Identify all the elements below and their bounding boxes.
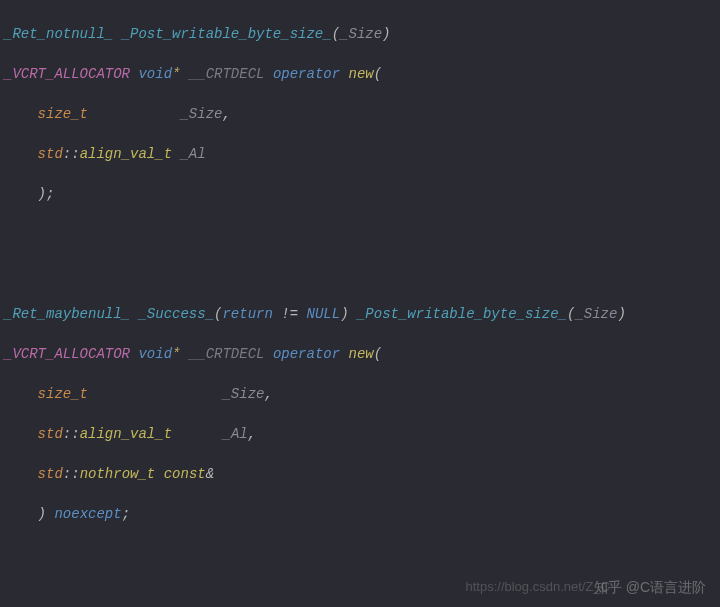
punct: , — [248, 426, 256, 442]
type: std — [38, 466, 63, 482]
code-line: size_t _Size, — [0, 384, 720, 404]
type: nothrow_t — [80, 466, 156, 482]
code-line: ); — [0, 184, 720, 204]
code-line — [0, 224, 720, 244]
keyword: return — [222, 306, 272, 322]
punct: :: — [63, 466, 80, 482]
punct: , — [264, 386, 272, 402]
identifier: _Size — [340, 26, 382, 42]
macro: __CRTDECL — [189, 66, 265, 82]
keyword: const — [164, 466, 206, 482]
annotation: _Ret_notnull_ — [4, 26, 113, 42]
punct: ; — [46, 186, 54, 202]
punct: ) — [38, 506, 46, 522]
keyword: NULL — [307, 306, 341, 322]
punct: != — [281, 306, 298, 322]
punct: ; — [122, 506, 130, 522]
keyword: new — [349, 346, 374, 362]
punct: ( — [332, 26, 340, 42]
keyword: operator — [273, 66, 340, 82]
punct: , — [222, 106, 230, 122]
punct: ( — [374, 346, 382, 362]
punct: ( — [374, 66, 382, 82]
watermark-zhihu: 知乎 @C语言进阶 — [594, 577, 706, 597]
code-line — [0, 264, 720, 284]
punct: :: — [63, 146, 80, 162]
annotation: _VCRT_ALLOCATOR — [4, 346, 130, 362]
punct: ) — [38, 186, 46, 202]
type: align_val_t — [80, 146, 172, 162]
punct: :: — [63, 426, 80, 442]
identifier: _Al — [180, 146, 205, 162]
type: size_t — [38, 386, 88, 402]
keyword: void — [138, 66, 172, 82]
punct: & — [206, 466, 214, 482]
code-line: std::nothrow_t const& — [0, 464, 720, 484]
watermark-csdn: https://blog.csdn.net/Z_C — [465, 577, 610, 597]
keyword: new — [349, 66, 374, 82]
code-block: _Ret_notnull_ _Post_writable_byte_size_(… — [0, 0, 720, 607]
annotation: _VCRT_ALLOCATOR — [4, 66, 130, 82]
code-line: size_t _Size, — [0, 104, 720, 124]
annotation: _Post_writable_byte_size_ — [122, 26, 332, 42]
annotation: _Post_writable_byte_size_ — [357, 306, 567, 322]
code-line: std::align_val_t _Al — [0, 144, 720, 164]
code-line: _VCRT_ALLOCATOR void* __CRTDECL operator… — [0, 64, 720, 84]
punct: ) — [617, 306, 625, 322]
keyword: void — [138, 346, 172, 362]
identifier: _Size — [222, 386, 264, 402]
punct: ) — [382, 26, 390, 42]
code-line: _Ret_notnull_ _Post_writable_byte_size_(… — [0, 24, 720, 44]
code-line: _VCRT_ALLOCATOR void* __CRTDECL operator… — [0, 344, 720, 364]
code-line: ) noexcept; — [0, 504, 720, 524]
code-line: _Ret_maybenull_ _Success_(return != NULL… — [0, 304, 720, 324]
punct: ) — [340, 306, 348, 322]
punct: * — [172, 346, 180, 362]
type: align_val_t — [80, 426, 172, 442]
type: std — [38, 146, 63, 162]
identifier: _Size — [180, 106, 222, 122]
identifier: _Al — [222, 426, 247, 442]
code-line: std::align_val_t _Al, — [0, 424, 720, 444]
annotation: _Ret_maybenull_ — [4, 306, 130, 322]
annotation: _Success_ — [138, 306, 214, 322]
keyword: operator — [273, 346, 340, 362]
code-line — [0, 544, 720, 564]
keyword: noexcept — [54, 506, 121, 522]
type: std — [38, 426, 63, 442]
punct: * — [172, 66, 180, 82]
type: size_t — [38, 106, 88, 122]
identifier: _Size — [575, 306, 617, 322]
macro: __CRTDECL — [189, 346, 265, 362]
